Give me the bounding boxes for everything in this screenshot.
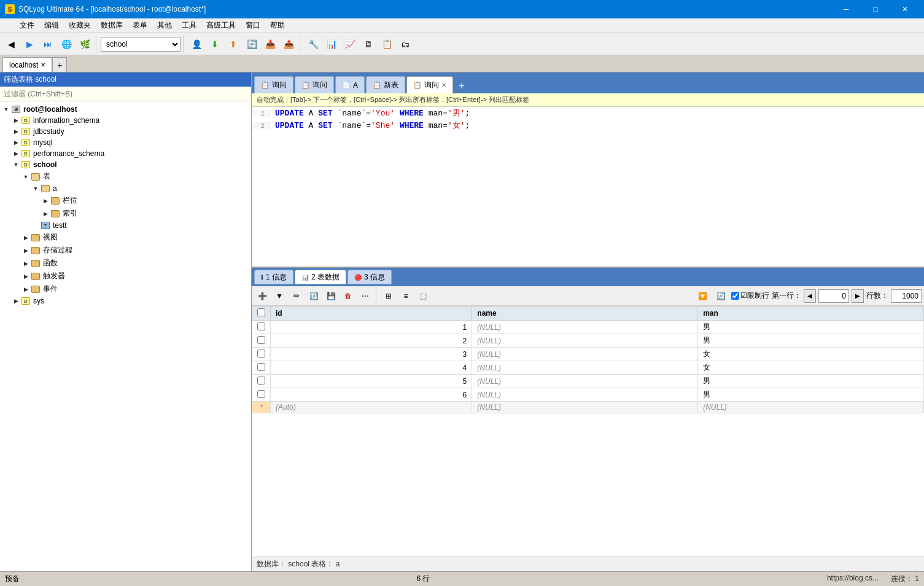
tree-toggle[interactable]: ▼ xyxy=(11,160,21,170)
tree-item[interactable]: ▶栏位 xyxy=(0,194,251,207)
menu-item-工具[interactable]: 工具 xyxy=(177,18,201,33)
rtb-save[interactable]: 💾 xyxy=(323,288,339,304)
cell-man[interactable]: 男 xyxy=(698,334,924,348)
rtb-dropdown[interactable]: ▼ xyxy=(271,288,287,304)
toolbar-btn-8[interactable]: ⬆ xyxy=(225,36,242,53)
toolbar-btn-13[interactable]: 📊 xyxy=(323,36,340,53)
toolbar-btn-3[interactable]: ⏭ xyxy=(39,36,56,53)
row-count-input[interactable] xyxy=(891,289,922,303)
cell-id[interactable]: 6 xyxy=(271,388,472,402)
tree-item[interactable]: ▶Dinformation_schema xyxy=(0,115,251,126)
menu-item-文件[interactable]: 文件 xyxy=(15,18,39,33)
rtb-edit[interactable]: ✏ xyxy=(289,288,305,304)
rtb-list[interactable]: ≡ xyxy=(398,288,414,304)
tree-item[interactable]: ▶Dsys xyxy=(0,295,251,307)
first-row-input[interactable] xyxy=(818,289,849,303)
tree-item[interactable]: ▶视图 xyxy=(0,231,251,244)
query-tab-4[interactable]: 📋询问✕ xyxy=(406,76,453,93)
menu-item-窗口[interactable]: 窗口 xyxy=(241,18,265,33)
row-checkbox[interactable] xyxy=(257,350,265,357)
tree-toggle[interactable]: ▶ xyxy=(11,115,21,125)
menu-item-其他[interactable]: 其他 xyxy=(152,18,177,33)
tree-item[interactable]: Ttestt xyxy=(0,220,251,231)
tree-item[interactable]: ▶存储过程 xyxy=(0,244,251,257)
tree-item[interactable]: ▶函数 xyxy=(0,257,251,270)
toolbar-btn-17[interactable]: 🗂 xyxy=(397,36,414,53)
cell-id[interactable]: 2 xyxy=(271,334,472,348)
menu-item-数据库[interactable]: 数据库 xyxy=(96,18,128,33)
connection-tab-localhost[interactable]: localhost ✕ xyxy=(2,57,52,72)
query-tab-3[interactable]: 📋新表 xyxy=(366,76,405,93)
rtb-refresh[interactable]: 🔃 xyxy=(306,288,322,304)
toolbar-btn-15[interactable]: 🖥 xyxy=(360,36,377,53)
maximize-button[interactable]: □ xyxy=(861,0,890,18)
conn-tab-close[interactable]: ✕ xyxy=(41,61,45,68)
tree-toggle[interactable] xyxy=(31,221,41,230)
tree-item[interactable]: ▶索引 xyxy=(0,207,251,220)
menu-item-收藏夹[interactable]: 收藏夹 xyxy=(64,18,96,33)
menu-item-表单[interactable]: 表单 xyxy=(128,18,152,33)
query-tab-close[interactable]: ✕ xyxy=(441,82,446,88)
tree-toggle[interactable]: ▶ xyxy=(21,233,31,243)
row-checkbox[interactable] xyxy=(257,336,265,344)
toolbar-btn-6[interactable]: 👤 xyxy=(188,36,205,53)
cell-name[interactable]: (NULL) xyxy=(472,375,698,388)
tree-item[interactable]: ▶Dmysql xyxy=(0,137,251,148)
cell-id[interactable]: 1 xyxy=(271,321,472,334)
tree-item[interactable]: ▶触发器 xyxy=(0,270,251,283)
tree-item[interactable]: ▶Djdbcstudy xyxy=(0,126,251,137)
tree-toggle[interactable]: ▶ xyxy=(21,272,31,281)
th-man[interactable]: man xyxy=(698,307,924,321)
toolbar-btn-1[interactable]: ◀ xyxy=(2,36,20,53)
toolbar-btn-5[interactable]: 🌿 xyxy=(76,36,93,53)
cell-id[interactable]: 4 xyxy=(271,361,472,375)
code-editor[interactable]: 1UPDATE A SET `name`='You' WHERE man='男'… xyxy=(252,107,924,267)
limit-row-checkbox[interactable] xyxy=(731,292,739,300)
toolbar-btn-2[interactable]: ▶ xyxy=(21,36,38,53)
table-row[interactable]: 3(NULL)女 xyxy=(252,348,924,361)
th-id[interactable]: id xyxy=(271,307,472,321)
rtb-grid[interactable]: ⊞ xyxy=(381,288,397,304)
tree-item[interactable]: ▶Dperformance_schema xyxy=(0,148,251,159)
tree-item[interactable]: ▼a xyxy=(0,183,251,194)
cell-name[interactable]: (NULL) xyxy=(472,334,698,348)
menu-item-编辑[interactable]: 编辑 xyxy=(39,18,64,33)
toolbar-btn-10[interactable]: 📥 xyxy=(262,36,279,53)
nav-prev[interactable]: ◀ xyxy=(804,289,816,303)
tree-item[interactable]: ▼🖥root@localhost xyxy=(0,104,251,115)
toolbar-btn-12[interactable]: 🔧 xyxy=(305,36,322,53)
conn-tab-add[interactable]: + xyxy=(52,57,67,72)
toolbar-btn-11[interactable]: 📤 xyxy=(280,36,297,53)
row-checkbox[interactable] xyxy=(257,322,265,330)
rtb-more[interactable]: ⋯ xyxy=(357,288,373,304)
database-select[interactable]: school xyxy=(101,37,181,52)
menu-item-高级工具[interactable]: 高级工具 xyxy=(201,18,241,33)
close-button[interactable]: ✕ xyxy=(891,0,919,18)
tree-toggle[interactable]: ▶ xyxy=(21,284,31,294)
tree-item[interactable]: ▶事件 xyxy=(0,283,251,295)
code-content[interactable]: UPDATE A SET `name`='She' WHERE man='女'; xyxy=(275,120,470,131)
tree-toggle[interactable]: ▼ xyxy=(1,104,11,114)
minimize-button[interactable]: ─ xyxy=(832,0,860,18)
cell-name[interactable]: (NULL) xyxy=(472,361,698,375)
tree-toggle[interactable]: ▼ xyxy=(31,184,41,193)
query-tab-add[interactable]: + xyxy=(454,79,469,93)
cell-name[interactable]: (NULL) xyxy=(472,348,698,361)
toolbar-btn-7[interactable]: ⬇ xyxy=(206,36,223,53)
rtb-form[interactable]: ⬚ xyxy=(415,288,431,304)
table-auto-row[interactable]: *(Auto)(NULL)(NULL) xyxy=(252,402,924,413)
table-row[interactable]: 1(NULL)男 xyxy=(252,321,924,334)
result-tab-1[interactable]: 📊 2 表数据 xyxy=(295,270,346,284)
rtb-reload[interactable]: 🔄 xyxy=(713,288,729,304)
cell-name[interactable]: (NULL) xyxy=(472,388,698,402)
result-tab-0[interactable]: ℹ 1 信息 xyxy=(254,270,293,284)
tree-toggle[interactable]: ▶ xyxy=(21,259,31,268)
code-content[interactable]: UPDATE A SET `name`='You' WHERE man='男'; xyxy=(275,107,470,119)
cell-man[interactable]: 男 xyxy=(698,388,924,402)
nav-next[interactable]: ▶ xyxy=(852,289,864,303)
tree-toggle[interactable]: ▶ xyxy=(11,296,21,306)
toolbar-btn-16[interactable]: 📋 xyxy=(378,36,395,53)
toolbar-btn-14[interactable]: 📈 xyxy=(341,36,359,53)
cell-id[interactable]: 5 xyxy=(271,375,472,388)
cell-man[interactable]: 男 xyxy=(698,321,924,334)
